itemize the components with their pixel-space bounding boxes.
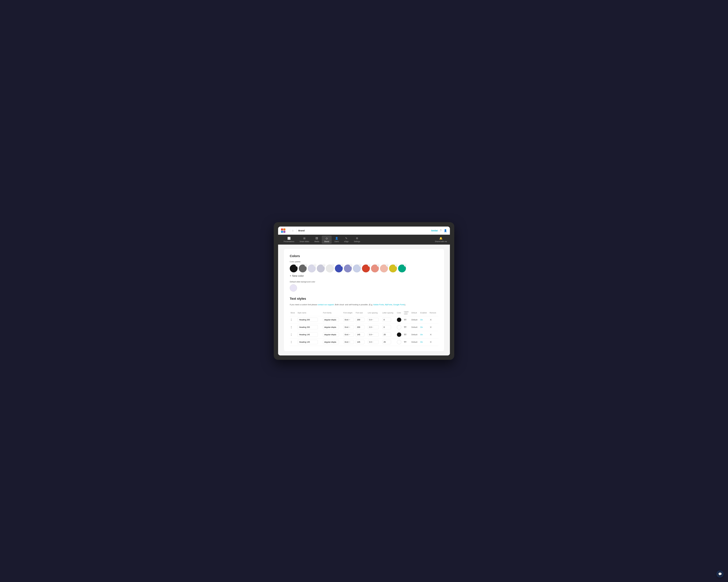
nav-item-settings[interactable]: ⚙ Settings — [351, 235, 363, 244]
move-up-1[interactable]: ▲ — [291, 326, 296, 327]
enabled-toggle-1[interactable]: On — [420, 326, 423, 328]
google-fonts-link[interactable]: Google Fonts — [393, 304, 405, 306]
letter-spacing-input-3[interactable] — [382, 340, 391, 344]
color-swatch-5[interactable]: × — [335, 265, 343, 272]
topbar-seidat-label[interactable]: Seidat — [431, 229, 438, 232]
nav-item-shared[interactable]: 🔔 Shared with me — [435, 237, 447, 243]
move-up-2[interactable]: ▲ — [291, 333, 296, 334]
color-swatch-8[interactable]: × — [362, 265, 370, 272]
color-swatch-6[interactable]: × — [344, 265, 352, 272]
font-family-input-3[interactable] — [323, 340, 339, 344]
move-arrows-3[interactable]: ▲ ▼ — [291, 341, 296, 343]
style-name-input-0[interactable] — [297, 317, 318, 322]
font-family-input-2[interactable] — [323, 332, 339, 337]
help-icon[interactable]: ? — [440, 229, 441, 232]
color-swatch-remove-8[interactable]: × — [368, 264, 370, 267]
contact-support-link[interactable]: contact our support — [318, 304, 334, 306]
color-swatch-remove-0[interactable]: × — [295, 264, 298, 267]
line-spacing-select-3[interactable]: 0.9 ▾ — [368, 340, 379, 344]
color-swatch-10[interactable]: × — [380, 265, 388, 272]
move-arrows-0[interactable]: ▲ ▼ — [291, 318, 296, 321]
color-dot-0[interactable] — [397, 317, 401, 322]
add-color-button[interactable]: + New color — [290, 274, 438, 277]
myfonts-link[interactable]: MyFonts — [385, 304, 392, 306]
adobe-fonts-link[interactable]: Adobe Fonts — [373, 304, 384, 306]
color-swatch-0[interactable]: × — [290, 265, 297, 272]
logo[interactable] — [281, 228, 285, 233]
color-swatch-remove-12[interactable]: × — [404, 264, 407, 267]
tt-label-3[interactable]: TT — [404, 341, 406, 343]
font-family-input-1[interactable] — [323, 325, 339, 329]
color-swatch-remove-3[interactable]: × — [323, 264, 325, 267]
chat-bubble-button[interactable]: 💬 — [717, 570, 724, 578]
color-swatch-remove-7[interactable]: × — [359, 264, 361, 267]
letter-spacing-input-0[interactable] — [382, 317, 391, 322]
color-swatch-12[interactable]: × — [398, 265, 406, 272]
style-name-input-1[interactable] — [297, 325, 318, 329]
color-swatch-remove-6[interactable]: × — [350, 264, 353, 267]
nav-item-users[interactable]: 👤 Users — [332, 235, 341, 244]
font-family-input-0[interactable] — [323, 317, 339, 322]
letter-spacing-input-2[interactable] — [382, 332, 391, 337]
letter-spacing-input-1[interactable] — [382, 325, 391, 329]
color-swatch-11[interactable]: × — [389, 265, 397, 272]
tt-label-1[interactable]: TT — [404, 326, 406, 328]
remove-button-2[interactable]: ✕ — [430, 333, 432, 336]
remove-button-3[interactable]: ✕ — [430, 341, 432, 343]
nav-item-presentations[interactable]: ⬜ Presentations — [281, 235, 297, 244]
tt-label-0[interactable]: TT — [404, 318, 406, 321]
font-size-input-3[interactable] — [356, 340, 364, 344]
nav-item-esign[interactable]: ✎ eSign — [341, 235, 351, 244]
font-size-input-1[interactable] — [356, 325, 364, 329]
color-dot-1[interactable] — [397, 325, 401, 329]
nav-item-brand[interactable]: ◇ Brand — [322, 235, 332, 244]
enabled-toggle-3[interactable]: On — [420, 341, 423, 343]
font-weight-select-1[interactable]: Bold ▾ — [343, 325, 354, 329]
color-swatch-2[interactable]: × — [308, 265, 316, 272]
line-spacing-select-2[interactable]: 0.9 ▾ — [368, 333, 379, 336]
font-size-input-0[interactable] — [356, 317, 364, 322]
color-swatch-remove-5[interactable]: × — [341, 264, 343, 267]
color-swatch-remove-10[interactable]: × — [386, 264, 388, 267]
font-size-input-2[interactable] — [356, 332, 364, 337]
move-down-1[interactable]: ▼ — [291, 327, 296, 329]
color-swatch-9[interactable]: × — [371, 265, 379, 272]
default-bg-swatch[interactable] — [290, 284, 297, 292]
color-swatch-remove-9[interactable]: × — [377, 264, 380, 267]
color-dot-3[interactable] — [397, 340, 401, 344]
letter-spacing-cell-1 — [382, 324, 396, 331]
home-icon[interactable]: ⌂ — [292, 229, 293, 232]
nav-item-media[interactable]: 🖼 Media — [312, 236, 322, 244]
color-swatch-remove-4[interactable]: × — [332, 264, 334, 267]
font-weight-select-2[interactable]: Bold ▾ — [343, 333, 354, 336]
move-down-3[interactable]: ▼ — [291, 342, 296, 343]
move-down-0[interactable]: ▼ — [291, 320, 296, 321]
remove-button-1[interactable]: ✕ — [430, 326, 432, 329]
logo-sq-red — [281, 228, 283, 230]
user-icon[interactable]: 👤 — [444, 229, 447, 232]
color-swatch-7[interactable]: × — [353, 265, 361, 272]
color-swatch-remove-1[interactable]: × — [305, 264, 307, 267]
line-spacing-select-0[interactable]: 0.9 ▾ — [368, 318, 379, 322]
move-arrows-1[interactable]: ▲ ▼ — [291, 326, 296, 329]
color-swatch-remove-11[interactable]: × — [395, 264, 397, 267]
move-up-3[interactable]: ▲ — [291, 341, 296, 342]
color-swatch-3[interactable]: × — [317, 265, 325, 272]
tt-label-2[interactable]: TT — [404, 333, 406, 336]
color-dot-2[interactable] — [397, 332, 401, 337]
move-arrows-2[interactable]: ▲ ▼ — [291, 333, 296, 336]
move-down-2[interactable]: ▼ — [291, 335, 296, 336]
enabled-toggle-0[interactable]: On — [420, 318, 423, 321]
style-name-input-2[interactable] — [297, 332, 318, 337]
font-weight-select-3[interactable]: Bold ▾ — [343, 340, 354, 344]
color-swatch-4[interactable]: × — [326, 265, 334, 272]
enabled-toggle-2[interactable]: On — [420, 333, 423, 336]
color-swatch-1[interactable]: × — [299, 265, 307, 272]
move-up-0[interactable]: ▲ — [291, 318, 296, 320]
font-weight-select-0[interactable]: Bold ▾ — [343, 318, 354, 322]
remove-button-0[interactable]: ✕ — [430, 318, 432, 321]
nav-item-smart-slides[interactable]: ⊞ Smart slides — [297, 235, 312, 244]
style-name-input-3[interactable] — [297, 340, 318, 344]
line-spacing-select-1[interactable]: 0.9 ▾ — [368, 325, 379, 329]
color-swatch-remove-2[interactable]: × — [314, 264, 316, 267]
